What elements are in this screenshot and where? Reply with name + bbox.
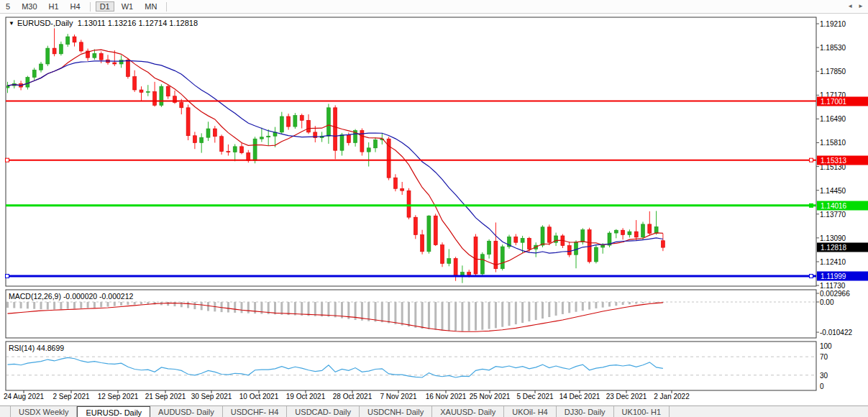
current-price-tag: 1.12818: [817, 243, 868, 252]
price-axis-label: 1.15810: [820, 139, 846, 147]
candle-body: [233, 147, 237, 152]
candle-body: [581, 230, 585, 242]
candle-body: [401, 188, 404, 191]
candle-body: [634, 232, 638, 237]
macd-histogram-bar: [93, 302, 96, 308]
candle-body: [40, 64, 43, 70]
date-label: 10 Oct 2021: [239, 393, 278, 400]
macd-histogram-bar: [47, 302, 49, 309]
macd-histogram-bar: [562, 302, 564, 314]
macd-histogram-bar: [555, 302, 557, 316]
macd-histogram-bar: [508, 302, 511, 326]
rsi-panel-frame: [6, 342, 816, 390]
macd-histogram-bar: [174, 302, 176, 306]
candle-body: [220, 137, 224, 152]
price-tag-1.11999: 1.11999: [817, 271, 868, 280]
date-label: 5 Dec 2021: [516, 393, 553, 400]
rsi-axis-label: 0: [820, 382, 824, 390]
macd-layer: [6, 302, 816, 331]
macd-indicator-label: MACD(12,26,9) -0.000020 -0.000212: [9, 292, 133, 301]
candle-body: [567, 246, 571, 255]
tab-ukoil-h4[interactable]: UKOil- H4: [504, 406, 557, 417]
macd-histogram-bar: [542, 302, 544, 319]
date-label: 7 Nov 2021: [380, 393, 416, 400]
macd-histogram-bar: [595, 302, 597, 308]
tab-scroll-left-icon[interactable]: ◄: [847, 3, 853, 9]
macd-histogram-bar: [468, 302, 470, 331]
tab-dj30-daily[interactable]: DJ30- Daily: [557, 406, 614, 417]
candle-body: [474, 237, 478, 274]
macd-histogram-bar: [87, 302, 89, 308]
candle-body: [641, 224, 645, 237]
tab-audusd-daily[interactable]: AUDUSD- Daily: [150, 406, 223, 417]
tab-scroll-right-icon[interactable]: ►: [858, 3, 864, 9]
candle-body: [32, 70, 36, 77]
macd-histogram-bar: [375, 302, 377, 321]
tab-uk100-h1[interactable]: UK100- H1: [614, 406, 670, 417]
macd-histogram-bar: [388, 302, 390, 323]
date-label: 24 Aug 2021: [4, 393, 44, 400]
tab-usdchf-h4[interactable]: USDCHF- H4: [223, 406, 288, 417]
candle-body: [454, 259, 457, 277]
price-axis-label: 1.17850: [820, 68, 846, 75]
macd-histogram-bar: [33, 302, 35, 309]
macd-histogram-bar: [655, 302, 657, 303]
macd-histogram-bar: [401, 302, 403, 326]
candle-body: [501, 247, 504, 269]
macd-histogram-bar: [6, 302, 9, 308]
candle-body: [480, 255, 484, 274]
candle-body: [240, 147, 244, 153]
candle-body: [79, 42, 83, 51]
date-label: 19 Oct 2021: [286, 393, 325, 400]
macd-histogram-bar: [80, 302, 82, 308]
rsi-axis-label: 100: [820, 342, 832, 350]
candle-body: [200, 137, 204, 142]
candle-body: [367, 148, 370, 152]
macd-histogram-bar: [475, 302, 477, 331]
candle-body: [260, 137, 263, 139]
macd-histogram-bar: [528, 302, 530, 321]
candle-body: [414, 217, 417, 234]
candle-body: [293, 116, 297, 127]
candle-body: [661, 241, 664, 247]
candle-body: [594, 247, 598, 262]
chart-canvas[interactable]: [0, 0, 868, 405]
macd-histogram-bar: [193, 302, 196, 309]
tab-usdx-weekly[interactable]: USDX Weekly: [10, 406, 77, 417]
macd-histogram-bar: [201, 302, 203, 310]
price-tag-1.14016: 1.14016: [817, 201, 868, 210]
candle-body: [334, 108, 337, 150]
rsi-indicator-label: RSI(14) 44.8699: [9, 344, 64, 352]
macd-histogram-bar: [575, 302, 577, 312]
macd-histogram-bar: [421, 302, 424, 329]
tab-usdcad-daily[interactable]: USDCAD- Daily: [287, 406, 360, 417]
tab-eurusd-daily[interactable]: EURUSD- Daily: [77, 406, 150, 417]
candle-body: [421, 235, 424, 252]
tab-usdcnh-daily[interactable]: USDCNH- Daily: [360, 406, 432, 417]
macd-histogram-bar: [294, 302, 296, 316]
chart-dropdown-icon[interactable]: ▼: [9, 20, 14, 27]
macd-histogram-bar: [535, 302, 537, 320]
price-axis-label: 1.16490: [820, 115, 846, 123]
candle-body: [307, 120, 311, 132]
rsi-layer: [6, 357, 816, 377]
rsi-axis-label: 70: [820, 353, 828, 361]
macd-histogram-bar: [442, 302, 444, 331]
macd-histogram-bar: [280, 302, 283, 315]
macd-histogram-bar: [207, 302, 209, 311]
candle-body: [213, 129, 216, 137]
candle-body: [287, 116, 291, 127]
candle-body: [186, 108, 190, 136]
candle-body: [26, 77, 29, 87]
macd-histogram-bar: [381, 302, 383, 322]
tab-xauusd-daily[interactable]: XAUUSD- Daily: [432, 406, 504, 417]
date-label: 2 Sep 2021: [52, 393, 89, 400]
candle-body: [300, 116, 303, 121]
hline-handle: [810, 274, 813, 278]
candle-body: [547, 227, 551, 242]
candle-body: [93, 53, 96, 58]
candle-body: [153, 91, 157, 105]
macd-histogram-bar: [548, 302, 550, 317]
macd-histogram-bar: [649, 302, 651, 303]
candle-body: [160, 86, 163, 105]
